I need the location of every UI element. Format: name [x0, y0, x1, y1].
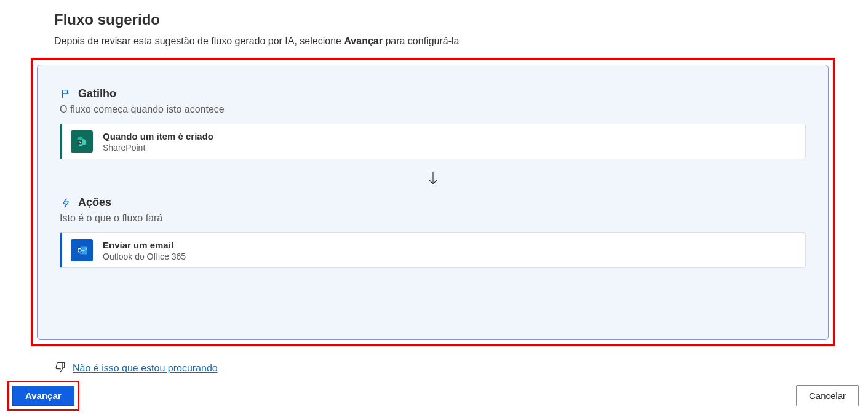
trigger-step-service: SharePoint [103, 143, 213, 153]
page-title: Fluxo sugerido [54, 11, 868, 28]
svg-text:S: S [78, 140, 81, 144]
page-description: Depois de revisar esta sugestão de fluxo… [54, 36, 868, 47]
flag-icon [60, 88, 72, 100]
actions-label: Ações [78, 196, 111, 209]
action-step-text: Enviar um email Outlook do Office 365 [103, 240, 186, 261]
trigger-step-text: Quando um item é criado SharePoint [103, 131, 213, 153]
trigger-section-header: Gatilho [60, 87, 806, 100]
button-row: Avançar Cancelar [7, 381, 859, 411]
trigger-description: O fluxo começa quando isto acontece [60, 104, 806, 115]
cancel-button[interactable]: Cancelar [796, 385, 859, 406]
next-button[interactable]: Avançar [12, 386, 74, 406]
action-step-title: Enviar um email [103, 240, 186, 250]
arrow-down-icon [60, 170, 806, 186]
action-step-card[interactable]: Enviar um email Outlook do Office 365 [60, 232, 806, 268]
action-step-service: Outlook do Office 365 [103, 252, 186, 261]
lightning-icon [60, 197, 72, 209]
outlook-icon [71, 239, 93, 261]
page-description-post: para configurá-la [383, 36, 460, 46]
actions-description: Isto é o que o fluxo fará [60, 213, 806, 224]
feedback-link[interactable]: Não é isso que estou procurando [73, 363, 218, 374]
sharepoint-icon: S [71, 130, 93, 153]
trigger-step-title: Quando um item é criado [103, 131, 213, 141]
trigger-label: Gatilho [78, 87, 116, 100]
highlighted-flow-region: Gatilho O fluxo começa quando isto acont… [31, 58, 835, 346]
primary-button-highlight: Avançar [7, 381, 79, 411]
thumbs-down-icon[interactable] [54, 361, 66, 376]
trigger-step-card[interactable]: S Quando um item é criado SharePoint [60, 124, 806, 159]
page-description-bold: Avançar [344, 36, 383, 46]
suggested-flow-panel: Gatilho O fluxo começa quando isto acont… [37, 65, 829, 340]
actions-section-header: Ações [60, 196, 806, 209]
page-description-pre: Depois de revisar esta sugestão de fluxo… [54, 36, 344, 46]
feedback-row: Não é isso que estou procurando [54, 361, 218, 376]
